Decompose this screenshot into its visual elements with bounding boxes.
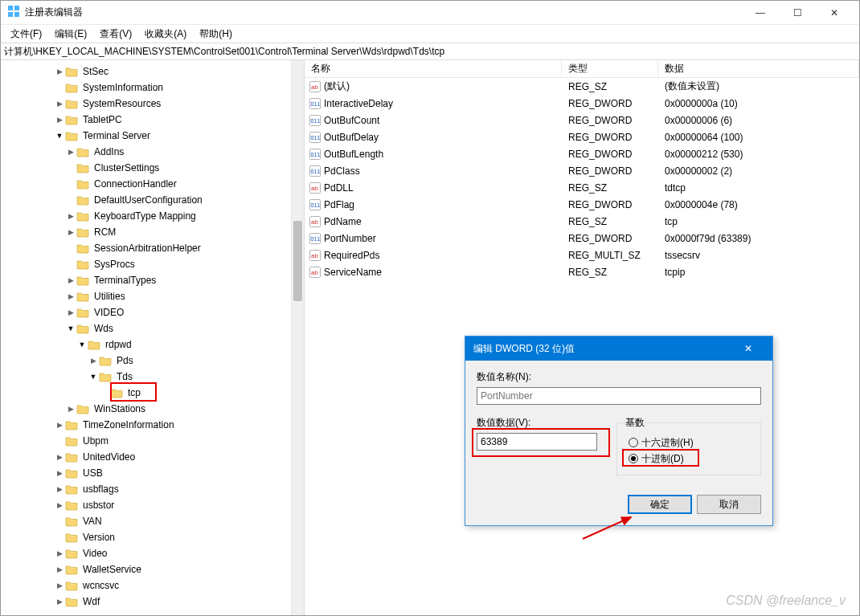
tree-item[interactable]: ▶Wdf — [7, 594, 304, 610]
tree-item[interactable]: ▶usbstor — [7, 497, 304, 513]
twist-icon[interactable]: ▶ — [54, 100, 65, 108]
value-row[interactable]: PdFlagREG_DWORD0x0000004e (78) — [305, 196, 859, 213]
col-type[interactable]: 类型 — [562, 60, 658, 77]
dialog-titlebar[interactable]: 编辑 DWORD (32 位)值 ✕ — [465, 337, 772, 361]
tree-item[interactable]: Version — [7, 529, 304, 545]
tree-item[interactable]: VAN — [7, 513, 304, 529]
tree-item[interactable]: ▶WalletService — [7, 561, 304, 577]
twist-icon[interactable]: ▶ — [54, 581, 65, 589]
tree-item[interactable]: ▶RCM — [7, 224, 304, 240]
twist-icon[interactable]: ▶ — [54, 549, 65, 557]
value-data-input[interactable] — [477, 433, 597, 451]
twist-icon[interactable]: ▶ — [54, 469, 65, 477]
addressbar — [1, 43, 859, 60]
tree-item-label: USB — [81, 467, 104, 479]
address-input[interactable] — [4, 46, 856, 57]
tree-item[interactable]: ▶Pds — [7, 353, 304, 369]
col-data[interactable]: 数据 — [658, 60, 859, 77]
tree-item[interactable]: ClusterSettings — [7, 160, 304, 176]
twist-icon[interactable]: ▼ — [88, 373, 99, 381]
dialog-close-icon[interactable]: ✕ — [732, 337, 764, 361]
twist-icon[interactable]: ▶ — [54, 453, 65, 461]
minimize-button[interactable]: — — [742, 1, 779, 25]
tree-item-label: VAN — [81, 515, 104, 528]
value-row[interactable]: InteractiveDelayREG_DWORD0x0000000a (10) — [305, 95, 859, 112]
value-row[interactable]: OutBufDelayREG_DWORD0x00000064 (100) — [305, 129, 859, 145]
twist-icon[interactable]: ▶ — [54, 116, 65, 124]
value-row[interactable]: ServiceNameREG_SZtcpip — [305, 263, 859, 280]
twist-icon[interactable]: ▶ — [54, 565, 65, 573]
twist-icon[interactable]: ▶ — [54, 598, 65, 606]
value-row[interactable]: PortNumberREG_DWORD0x0000f79d (63389) — [305, 230, 859, 247]
twist-icon[interactable]: ▶ — [65, 292, 76, 300]
tree-scrollbar[interactable] — [291, 60, 304, 615]
menu-view[interactable]: 查看(V) — [95, 26, 137, 43]
twist-icon[interactable]: ▶ — [65, 308, 76, 316]
tree-item[interactable]: tcp — [7, 385, 304, 401]
twist-icon[interactable]: ▶ — [54, 421, 65, 429]
tree-item[interactable]: DefaultUserConfiguration — [7, 192, 304, 208]
tree-item[interactable]: ▼rdpwd — [7, 337, 304, 353]
tree-item[interactable]: ▶SystemResources — [7, 96, 304, 112]
tree-item[interactable]: ▶wcncsvc — [7, 577, 304, 594]
menu-edit[interactable]: 编辑(E) — [50, 26, 92, 43]
value-row[interactable]: RequiredPdsREG_MULTI_SZtssecsrv — [305, 247, 859, 263]
menu-help[interactable]: 帮助(H) — [195, 26, 237, 43]
tree-item[interactable]: ▼Wds — [7, 320, 304, 337]
tree-item[interactable]: ▼Terminal Server — [7, 128, 304, 144]
maximize-button[interactable]: ☐ — [779, 1, 816, 25]
tree-item[interactable]: SystemInformation — [7, 80, 304, 96]
value-row[interactable]: PdDLLREG_SZtdtcp — [305, 179, 859, 196]
twist-icon[interactable]: ▶ — [65, 276, 76, 284]
tree-pane[interactable]: ▶StSecSystemInformation▶SystemResources▶… — [1, 60, 304, 615]
radio-dec[interactable]: 十进制(D) — [625, 451, 752, 467]
menu-file[interactable]: 文件(F) — [6, 26, 47, 43]
tree-item[interactable]: Ubpm — [7, 433, 304, 449]
tree-item[interactable]: SessionArbitrationHelper — [7, 240, 304, 256]
twist-icon[interactable]: ▶ — [65, 148, 76, 156]
tree-item[interactable]: ▶VIDEO — [7, 304, 304, 320]
radio-hex[interactable]: 十六进制(H) — [625, 434, 752, 451]
app-icon — [7, 5, 20, 20]
ok-button[interactable]: 确定 — [628, 495, 692, 514]
tree-item[interactable]: ▶UnitedVideo — [7, 449, 304, 465]
twist-icon[interactable]: ▼ — [76, 341, 88, 349]
radio-hex-dot[interactable] — [629, 438, 638, 447]
value-row[interactable]: (默认)REG_SZ(数值未设置) — [305, 78, 859, 95]
tree-item[interactable]: ▶StSec — [7, 63, 304, 80]
menu-fav[interactable]: 收藏夹(A) — [140, 26, 191, 43]
twist-icon[interactable]: ▶ — [65, 228, 76, 236]
twist-icon[interactable]: ▼ — [54, 132, 65, 140]
tree-item-label: SessionArbitrationHelper — [92, 242, 203, 255]
value-row[interactable]: PdNameREG_SZtcp — [305, 213, 859, 230]
radio-dec-dot[interactable] — [629, 454, 638, 463]
tree-item[interactable]: ▶USB — [7, 465, 304, 481]
close-button[interactable]: ✕ — [816, 1, 853, 25]
twist-icon[interactable]: ▶ — [65, 405, 76, 413]
folder-icon — [110, 387, 123, 398]
twist-icon[interactable]: ▶ — [54, 485, 65, 493]
value-row[interactable]: PdClassREG_DWORD0x00000002 (2) — [305, 162, 859, 179]
tree-item[interactable]: SysProcs — [7, 256, 304, 272]
col-name[interactable]: 名称 — [305, 60, 562, 77]
tree-item[interactable]: ▶TimeZoneInformation — [7, 417, 304, 433]
tree-item[interactable]: ConnectionHandler — [7, 176, 304, 192]
cancel-button[interactable]: 取消 — [697, 495, 761, 514]
value-row[interactable]: OutBufCountREG_DWORD0x00000006 (6) — [305, 112, 859, 129]
tree-item[interactable]: ▶KeyboardType Mapping — [7, 208, 304, 224]
twist-icon[interactable]: ▶ — [54, 501, 65, 509]
twist-icon[interactable]: ▼ — [65, 324, 76, 332]
tree-item[interactable]: ▶usbflags — [7, 481, 304, 497]
tree-item[interactable]: ▶TabletPC — [7, 112, 304, 128]
dword-icon — [308, 98, 322, 109]
twist-icon[interactable]: ▶ — [65, 212, 76, 220]
twist-icon[interactable]: ▶ — [88, 357, 99, 365]
value-row[interactable]: OutBufLengthREG_DWORD0x00000212 (530) — [305, 145, 859, 162]
tree-item[interactable]: ▶Video — [7, 545, 304, 561]
twist-icon[interactable]: ▶ — [54, 67, 65, 75]
tree-item[interactable]: ▶Utilities — [7, 288, 304, 304]
tree-item[interactable]: ▶TerminalTypes — [7, 272, 304, 288]
tree-item[interactable]: ▶AddIns — [7, 144, 304, 160]
tree-item[interactable]: ▶WinStations — [7, 401, 304, 417]
tree-item[interactable]: ▼Tds — [7, 369, 304, 385]
